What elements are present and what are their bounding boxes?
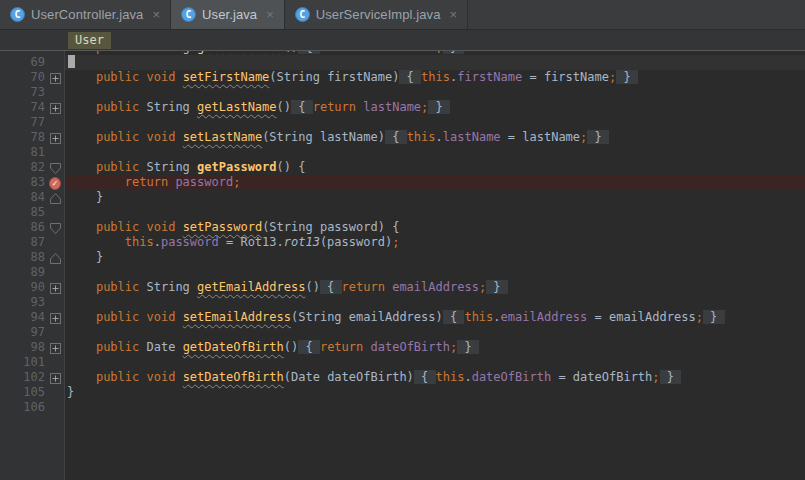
editor-gutter[interactable]: 86: [0, 220, 65, 235]
code-text[interactable]: public void setDateOfBirth(Date dateOfBi…: [65, 370, 805, 385]
editor-gutter[interactable]: 98: [0, 340, 65, 355]
code-text[interactable]: [65, 295, 805, 310]
code-line[interactable]: 90 public String getEmailAddress() { ret…: [0, 280, 805, 295]
code-line[interactable]: 85: [0, 205, 805, 220]
editor-gutter[interactable]: 69: [0, 55, 65, 70]
code-line[interactable]: 105}: [0, 385, 805, 400]
code-text[interactable]: }: [65, 190, 805, 205]
tab-userserviceimpl-java[interactable]: CUserServiceImpl.java×: [285, 0, 468, 29]
tab-label: User.java: [202, 7, 257, 22]
code-line[interactable]: 89: [0, 265, 805, 280]
fold-collapsed-icon[interactable]: [50, 313, 61, 324]
code-line[interactable]: 83✓ return password;: [0, 175, 805, 190]
editor-gutter[interactable]: 82: [0, 160, 65, 175]
editor-gutter[interactable]: 81: [0, 145, 65, 160]
code-line[interactable]: 87 this.password = Rot13.rot13(password)…: [0, 235, 805, 250]
code-text[interactable]: [65, 55, 805, 70]
code-text[interactable]: public Date getDateOfBirth() { return da…: [65, 340, 805, 355]
code-text[interactable]: public void setEmailAddress(String email…: [65, 310, 805, 325]
code-text[interactable]: public String getFirstName() { return fi…: [65, 51, 805, 55]
fold-collapsed-icon[interactable]: [50, 73, 61, 84]
code-text[interactable]: this.password = Rot13.rot13(password);: [65, 235, 805, 250]
fold-expanded-top-icon[interactable]: [50, 223, 61, 234]
fold-collapsed-icon[interactable]: [50, 283, 61, 294]
code-text[interactable]: public String getEmailAddress() { return…: [65, 280, 805, 295]
code-line[interactable]: 93: [0, 295, 805, 310]
code-text[interactable]: [65, 85, 805, 100]
code-text[interactable]: public void setLastName(String lastName)…: [65, 130, 805, 145]
editor-gutter[interactable]: 89: [0, 265, 65, 280]
code-text[interactable]: public String getLastName() { return las…: [65, 100, 805, 115]
editor-gutter[interactable]: 70: [0, 70, 65, 85]
fold-expanded-bottom-icon[interactable]: [50, 253, 61, 264]
code-line[interactable]: 81: [0, 145, 805, 160]
editor-gutter[interactable]: 106: [0, 400, 65, 415]
editor-gutter[interactable]: 93: [0, 295, 65, 310]
editor-gutter[interactable]: 84: [0, 190, 65, 205]
line-number: 89: [0, 265, 45, 280]
code-line[interactable]: 73: [0, 85, 805, 100]
line-number: 70: [0, 70, 45, 85]
editor-empty-area[interactable]: [0, 415, 805, 480]
code-text[interactable]: [65, 400, 805, 415]
editor-gutter[interactable]: 87: [0, 235, 65, 250]
code-line[interactable]: 70 public void setFirstName(String first…: [0, 70, 805, 85]
code-line[interactable]: 97: [0, 325, 805, 340]
close-icon[interactable]: ×: [449, 8, 459, 21]
editor-gutter[interactable]: 74: [0, 100, 65, 115]
editor-gutter[interactable]: 77: [0, 115, 65, 130]
breakpoint-icon[interactable]: ✓: [49, 177, 61, 190]
code-line[interactable]: 77: [0, 115, 805, 130]
breadcrumb[interactable]: User: [68, 32, 111, 49]
code-text[interactable]: [65, 325, 805, 340]
fold-collapsed-icon[interactable]: [50, 133, 61, 144]
code-text[interactable]: }: [65, 250, 805, 265]
code-line[interactable]: 101: [0, 355, 805, 370]
code-text[interactable]: public String getPassword() {: [65, 160, 805, 175]
code-line[interactable]: 102 public void setDateOfBirth(Date date…: [0, 370, 805, 385]
code-text[interactable]: public void setFirstName(String firstNam…: [65, 70, 805, 85]
tab-user-java[interactable]: CUser.java×: [171, 0, 285, 29]
code-line[interactable]: 82 public String getPassword() {: [0, 160, 805, 175]
code-line-clipped[interactable]: public String getFirstName() { return fi…: [0, 51, 805, 55]
code-text[interactable]: return password;: [65, 175, 805, 190]
code-line[interactable]: 86 public void setPassword(String passwo…: [0, 220, 805, 235]
code-text[interactable]: [65, 205, 805, 220]
editor-gutter[interactable]: 90: [0, 280, 65, 295]
fold-expanded-top-icon[interactable]: [50, 163, 61, 174]
editor-gutter[interactable]: 73: [0, 85, 65, 100]
close-icon[interactable]: ×: [265, 8, 275, 21]
fold-collapsed-icon[interactable]: [50, 373, 61, 384]
editor-gutter[interactable]: 105: [0, 385, 65, 400]
code-text[interactable]: [65, 415, 805, 480]
fold-expanded-bottom-icon[interactable]: [50, 193, 61, 204]
editor-gutter[interactable]: 94: [0, 310, 65, 325]
code-text[interactable]: [65, 115, 805, 130]
code-line[interactable]: 78 public void setLastName(String lastNa…: [0, 130, 805, 145]
code-line[interactable]: 94 public void setEmailAddress(String em…: [0, 310, 805, 325]
code-text[interactable]: [65, 145, 805, 160]
fold-collapsed-icon[interactable]: [50, 343, 61, 354]
code-line[interactable]: 74 public String getLastName() { return …: [0, 100, 805, 115]
code-editor[interactable]: public String getFirstName() { return fi…: [0, 51, 805, 480]
code-text[interactable]: public void setPassword(String password)…: [65, 220, 805, 235]
editor-gutter[interactable]: 78: [0, 130, 65, 145]
tab-usercontroller-java[interactable]: CUserController.java×: [0, 0, 171, 29]
breadcrumb-bar: User: [0, 30, 805, 51]
code-text[interactable]: [65, 355, 805, 370]
editor-gutter[interactable]: 97: [0, 325, 65, 340]
code-text[interactable]: }: [65, 385, 805, 400]
editor-gutter[interactable]: 102: [0, 370, 65, 385]
editor-gutter[interactable]: 88: [0, 250, 65, 265]
code-line[interactable]: 88 }: [0, 250, 805, 265]
code-text[interactable]: [65, 265, 805, 280]
close-icon[interactable]: ×: [151, 8, 161, 21]
editor-gutter[interactable]: 85: [0, 205, 65, 220]
editor-gutter[interactable]: 83✓: [0, 175, 65, 190]
editor-gutter[interactable]: 101: [0, 355, 65, 370]
fold-collapsed-icon[interactable]: [50, 103, 61, 114]
code-line[interactable]: 84 }: [0, 190, 805, 205]
code-line[interactable]: 98 public Date getDateOfBirth() { return…: [0, 340, 805, 355]
code-line[interactable]: 69: [0, 55, 805, 70]
code-line[interactable]: 106: [0, 400, 805, 415]
